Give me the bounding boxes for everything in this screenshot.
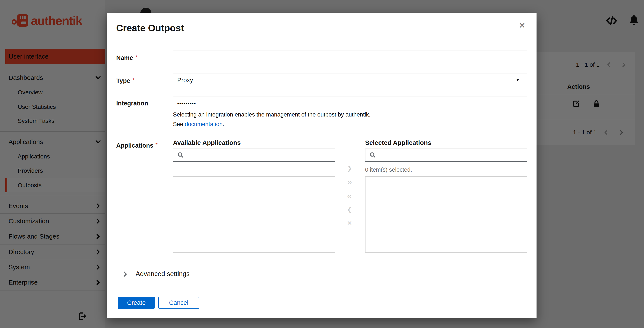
integration-label-text: Integration xyxy=(116,100,148,107)
available-applications-heading: Available Applications xyxy=(173,139,241,146)
selected-applications-heading: Selected Applications xyxy=(365,139,432,146)
expand-chevron-icon[interactable] xyxy=(122,271,128,277)
caret-down-icon: ▼ xyxy=(516,78,520,82)
required-asterisk: * xyxy=(132,77,134,83)
type-select[interactable]: Proxy ▼ xyxy=(173,73,527,87)
app-root: authentik User interface Dashboards Over… xyxy=(0,0,644,328)
transfer-add-all-icon[interactable]: » xyxy=(347,177,352,186)
transfer-remove-all-icon[interactable]: « xyxy=(347,191,352,200)
type-label: Type* xyxy=(116,77,134,84)
required-asterisk: * xyxy=(135,54,137,60)
help-period: . xyxy=(223,121,224,127)
integration-select-value: --------- xyxy=(177,100,196,107)
type-label-text: Type xyxy=(116,77,130,84)
search-icon xyxy=(369,152,376,159)
integration-help-line2: See documentation. xyxy=(173,121,224,128)
modal-title: Create Outpost xyxy=(116,22,184,34)
available-search-input[interactable] xyxy=(184,149,335,161)
advanced-settings-toggle[interactable]: Advanced settings xyxy=(136,270,190,278)
selected-applications-list[interactable] xyxy=(365,176,527,253)
close-icon[interactable]: ✕ xyxy=(518,21,526,30)
help-see-text: See xyxy=(173,121,183,127)
transfer-clear-icon[interactable]: ✕ xyxy=(347,220,352,226)
create-outpost-modal: Create Outpost ✕ Name* Type* Proxy ▼ Int… xyxy=(106,13,536,318)
integration-help-text: Selecting an integration enables the man… xyxy=(173,111,370,118)
selected-count-status: 0 item(s) selected. xyxy=(365,166,412,173)
integration-select[interactable]: --------- xyxy=(173,96,527,110)
cancel-button[interactable]: Cancel xyxy=(158,297,199,309)
transfer-add-icon[interactable]: ❯ xyxy=(347,165,352,171)
applications-label: Applications* xyxy=(116,142,158,149)
integration-label: Integration xyxy=(116,100,148,107)
name-label-text: Name xyxy=(116,54,133,61)
available-search-box xyxy=(173,149,335,162)
search-icon xyxy=(177,152,184,159)
available-applications-list[interactable] xyxy=(173,176,335,253)
name-input[interactable] xyxy=(173,50,527,64)
required-asterisk: * xyxy=(156,142,158,148)
selected-search-input[interactable] xyxy=(376,149,527,161)
type-select-value: Proxy xyxy=(177,77,193,84)
name-field-box xyxy=(173,50,527,64)
name-label: Name* xyxy=(116,54,137,61)
create-button[interactable]: Create xyxy=(118,297,155,309)
selected-search-box xyxy=(365,149,527,162)
applications-label-text: Applications xyxy=(116,142,153,149)
documentation-link[interactable]: documentation xyxy=(185,121,223,127)
transfer-remove-icon[interactable]: ❮ xyxy=(347,207,352,213)
